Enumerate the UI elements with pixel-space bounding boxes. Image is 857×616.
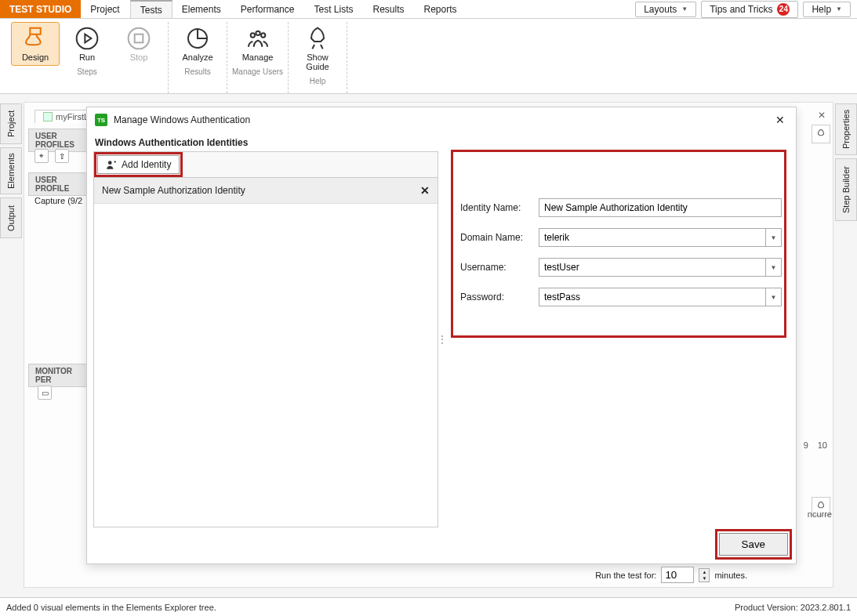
tab-project[interactable]: Project: [81, 0, 129, 18]
sidetab-stepbuilder[interactable]: Step Builder: [835, 158, 857, 221]
chevron-down-icon: ▼: [771, 234, 777, 241]
rocket-icon: [815, 129, 826, 140]
panel-monitor: MONITOR PER: [28, 364, 89, 387]
username-dropdown[interactable]: ▼: [766, 258, 782, 277]
chevron-down-icon: ▼: [836, 5, 842, 13]
num-2: 10: [818, 440, 827, 450]
profile-toolbar: ⌖ ⇪: [34, 149, 69, 163]
export-icon[interactable]: ⇪: [55, 149, 69, 163]
tab-testlists[interactable]: Test Lists: [304, 0, 363, 18]
document-icon: [43, 112, 53, 121]
password-dropdown[interactable]: ▼: [766, 288, 782, 306]
user-plus-icon: [106, 159, 117, 170]
layouts-dropdown[interactable]: Layouts ▼: [635, 2, 696, 17]
username-label: Username:: [460, 262, 539, 273]
brush-icon: [23, 26, 48, 51]
domain-name-input[interactable]: [539, 228, 766, 247]
ribbon-stop-button[interactable]: Stop: [114, 22, 163, 66]
menu-right: Layouts ▼ Tips and Tricks 24 Help ▼: [635, 0, 857, 18]
numbers-readout: 9 10: [804, 440, 827, 450]
run-for-label: Run the test for:: [595, 571, 656, 580]
identity-name-label: Identity Name:: [460, 202, 539, 213]
sidetab-properties[interactable]: Properties: [835, 103, 857, 155]
status-message: Added 0 visual elements in the Elements …: [6, 603, 216, 612]
capture-item[interactable]: Capture (9/2: [34, 196, 82, 205]
spinner-down[interactable]: ▼: [699, 575, 709, 582]
spinner-up[interactable]: ▲: [699, 569, 709, 575]
identity-list-item[interactable]: New Sample Authorization Identity ✕: [94, 178, 438, 204]
chevron-down-icon: ▼: [771, 294, 777, 301]
tab-elements[interactable]: Elements: [172, 0, 231, 18]
rocket-icon: [305, 26, 330, 51]
delete-identity-button[interactable]: ✕: [420, 184, 430, 197]
tab-performance[interactable]: Performance: [231, 0, 305, 18]
menu-bar: TEST STUDIO Project Tests Elements Perfo…: [0, 0, 857, 19]
add-identity-label: Add Identity: [122, 159, 171, 170]
run-for-unit: minutes.: [714, 571, 747, 580]
num-1: 9: [804, 440, 808, 450]
dialog-subtitle: Windows Authentication Identities: [87, 132, 796, 151]
svg-rect-2: [135, 34, 143, 43]
close-document-button[interactable]: ✕: [818, 110, 826, 121]
dialog-title: Manage Windows Authentication: [114, 114, 250, 125]
ribbon-guide-button[interactable]: Show Guide: [293, 22, 342, 75]
brand-label: TEST STUDIO: [0, 0, 81, 18]
password-input[interactable]: [539, 288, 766, 306]
dialog-titlebar: TS Manage Windows Authentication ✕: [87, 107, 796, 132]
ribbon-design-button[interactable]: Design: [11, 22, 60, 66]
username-input[interactable]: [539, 258, 766, 277]
piechart-icon: [185, 26, 210, 51]
identity-form: Identity Name: Domain Name: ▼ Username: …: [446, 151, 796, 527]
password-label: Password:: [460, 292, 539, 303]
ribbon-manage-button[interactable]: Manage: [234, 22, 282, 66]
identity-name-input[interactable]: [539, 198, 782, 217]
run-for-input[interactable]: [661, 567, 694, 583]
domain-dropdown[interactable]: ▼: [766, 228, 782, 247]
tab-tests[interactable]: Tests: [130, 0, 172, 18]
sidetab-output[interactable]: Output: [0, 197, 22, 238]
ribbon-guide-label: Show Guide: [306, 53, 329, 71]
ribbon-group-results: Results: [184, 66, 210, 79]
sidetab-elements[interactable]: Elements: [0, 147, 22, 194]
sidetab-project[interactable]: Project: [0, 103, 22, 144]
panel-user-profile: USER PROFILE: [28, 172, 89, 196]
ribbon-manage-label: Manage: [242, 53, 274, 62]
tips-label: Tips and Tricks: [710, 4, 772, 15]
svg-point-5: [256, 31, 260, 35]
svg-point-4: [250, 33, 254, 37]
domain-name-label: Domain Name:: [460, 232, 539, 243]
help-dropdown[interactable]: Help ▼: [803, 2, 851, 17]
ncurre-text: ncurre: [808, 509, 832, 519]
chevron-down-icon: ▼: [771, 264, 777, 271]
camera-icon[interactable]: ⌖: [34, 149, 49, 163]
tips-button[interactable]: Tips and Tricks 24: [701, 1, 798, 18]
ribbon-analyze-button[interactable]: Analyze: [173, 22, 222, 66]
close-button[interactable]: ✕: [772, 112, 788, 128]
identity-item-label: New Sample Authorization Identity: [102, 185, 245, 196]
users-icon: [245, 26, 271, 51]
ribbon-group-users: Manage Users: [232, 66, 283, 79]
manage-auth-dialog: TS Manage Windows Authentication ✕ Windo…: [86, 107, 797, 564]
ribbon-run-button[interactable]: Run: [63, 22, 111, 66]
add-identity-button[interactable]: Add Identity: [97, 155, 180, 174]
help-label: Help: [812, 4, 831, 15]
play-icon: [74, 26, 100, 51]
rocket-shortcut[interactable]: [812, 125, 830, 143]
splitter-handle[interactable]: ⋮: [438, 151, 446, 527]
tab-results[interactable]: Results: [363, 0, 414, 18]
ribbon-group-help: Help: [310, 75, 326, 89]
svg-point-7: [108, 161, 112, 165]
main-tabs: Project Tests Elements Performance Test …: [81, 0, 467, 18]
save-button[interactable]: Save: [719, 533, 788, 556]
ribbon-stop-label: Stop: [130, 53, 148, 62]
run-for-spinner: ▲ ▼: [699, 568, 710, 582]
stop-icon: [126, 26, 151, 51]
ribbon-design-label: Design: [22, 53, 49, 62]
svg-point-1: [129, 28, 150, 49]
tab-reports[interactable]: Reports: [414, 0, 467, 18]
app-icon: TS: [95, 114, 107, 126]
svg-point-6: [261, 33, 265, 37]
monitor-icon[interactable]: ▭: [38, 386, 52, 400]
tips-badge: 24: [777, 3, 790, 16]
run-for-control: Run the test for: ▲ ▼ minutes.: [595, 567, 747, 583]
